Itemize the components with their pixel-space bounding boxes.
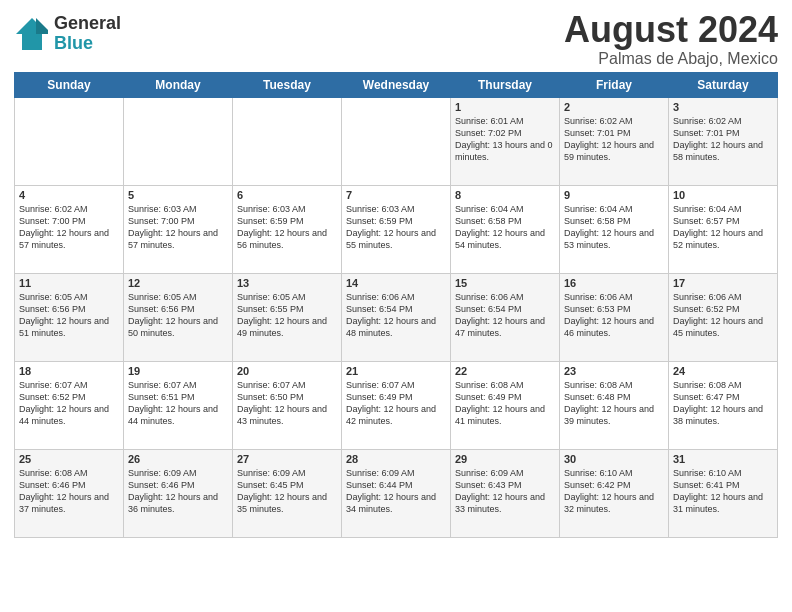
day-number: 4	[19, 189, 119, 201]
day-content: Sunrise: 6:08 AM Sunset: 6:49 PM Dayligh…	[455, 379, 555, 428]
calendar-title: August 2024	[564, 10, 778, 50]
day-content: Sunrise: 6:03 AM Sunset: 6:59 PM Dayligh…	[237, 203, 337, 252]
table-row: 8Sunrise: 6:04 AM Sunset: 6:58 PM Daylig…	[451, 185, 560, 273]
day-number: 27	[237, 453, 337, 465]
table-row: 15Sunrise: 6:06 AM Sunset: 6:54 PM Dayli…	[451, 273, 560, 361]
day-content: Sunrise: 6:09 AM Sunset: 6:45 PM Dayligh…	[237, 467, 337, 516]
table-row: 22Sunrise: 6:08 AM Sunset: 6:49 PM Dayli…	[451, 361, 560, 449]
table-row: 13Sunrise: 6:05 AM Sunset: 6:55 PM Dayli…	[233, 273, 342, 361]
day-content: Sunrise: 6:04 AM Sunset: 6:58 PM Dayligh…	[455, 203, 555, 252]
table-row: 30Sunrise: 6:10 AM Sunset: 6:42 PM Dayli…	[560, 449, 669, 537]
table-row	[342, 97, 451, 185]
table-row: 7Sunrise: 6:03 AM Sunset: 6:59 PM Daylig…	[342, 185, 451, 273]
day-content: Sunrise: 6:02 AM Sunset: 7:01 PM Dayligh…	[564, 115, 664, 164]
day-number: 8	[455, 189, 555, 201]
day-number: 7	[346, 189, 446, 201]
table-row	[124, 97, 233, 185]
day-number: 29	[455, 453, 555, 465]
calendar-header-row: Sunday Monday Tuesday Wednesday Thursday…	[15, 72, 778, 97]
day-number: 17	[673, 277, 773, 289]
day-number: 13	[237, 277, 337, 289]
table-row: 28Sunrise: 6:09 AM Sunset: 6:44 PM Dayli…	[342, 449, 451, 537]
day-number: 26	[128, 453, 228, 465]
logo-text: General Blue	[54, 14, 121, 54]
day-number: 20	[237, 365, 337, 377]
day-content: Sunrise: 6:06 AM Sunset: 6:52 PM Dayligh…	[673, 291, 773, 340]
table-row: 31Sunrise: 6:10 AM Sunset: 6:41 PM Dayli…	[669, 449, 778, 537]
table-row: 18Sunrise: 6:07 AM Sunset: 6:52 PM Dayli…	[15, 361, 124, 449]
day-number: 21	[346, 365, 446, 377]
table-row: 26Sunrise: 6:09 AM Sunset: 6:46 PM Dayli…	[124, 449, 233, 537]
table-row: 20Sunrise: 6:07 AM Sunset: 6:50 PM Dayli…	[233, 361, 342, 449]
col-thursday: Thursday	[451, 72, 560, 97]
day-content: Sunrise: 6:10 AM Sunset: 6:41 PM Dayligh…	[673, 467, 773, 516]
day-content: Sunrise: 6:07 AM Sunset: 6:49 PM Dayligh…	[346, 379, 446, 428]
day-content: Sunrise: 6:05 AM Sunset: 6:56 PM Dayligh…	[19, 291, 119, 340]
table-row: 3Sunrise: 6:02 AM Sunset: 7:01 PM Daylig…	[669, 97, 778, 185]
day-content: Sunrise: 6:02 AM Sunset: 7:00 PM Dayligh…	[19, 203, 119, 252]
day-content: Sunrise: 6:09 AM Sunset: 6:43 PM Dayligh…	[455, 467, 555, 516]
day-number: 16	[564, 277, 664, 289]
day-number: 2	[564, 101, 664, 113]
table-row: 19Sunrise: 6:07 AM Sunset: 6:51 PM Dayli…	[124, 361, 233, 449]
table-row: 12Sunrise: 6:05 AM Sunset: 6:56 PM Dayli…	[124, 273, 233, 361]
day-content: Sunrise: 6:06 AM Sunset: 6:54 PM Dayligh…	[455, 291, 555, 340]
col-wednesday: Wednesday	[342, 72, 451, 97]
day-content: Sunrise: 6:03 AM Sunset: 7:00 PM Dayligh…	[128, 203, 228, 252]
day-number: 19	[128, 365, 228, 377]
day-content: Sunrise: 6:06 AM Sunset: 6:54 PM Dayligh…	[346, 291, 446, 340]
calendar-week-row: 25Sunrise: 6:08 AM Sunset: 6:46 PM Dayli…	[15, 449, 778, 537]
day-content: Sunrise: 6:08 AM Sunset: 6:47 PM Dayligh…	[673, 379, 773, 428]
table-row: 25Sunrise: 6:08 AM Sunset: 6:46 PM Dayli…	[15, 449, 124, 537]
table-row	[15, 97, 124, 185]
day-number: 25	[19, 453, 119, 465]
table-row: 16Sunrise: 6:06 AM Sunset: 6:53 PM Dayli…	[560, 273, 669, 361]
day-number: 5	[128, 189, 228, 201]
table-row: 4Sunrise: 6:02 AM Sunset: 7:00 PM Daylig…	[15, 185, 124, 273]
calendar-week-row: 18Sunrise: 6:07 AM Sunset: 6:52 PM Dayli…	[15, 361, 778, 449]
day-number: 3	[673, 101, 773, 113]
day-content: Sunrise: 6:08 AM Sunset: 6:46 PM Dayligh…	[19, 467, 119, 516]
col-sunday: Sunday	[15, 72, 124, 97]
day-number: 28	[346, 453, 446, 465]
day-content: Sunrise: 6:04 AM Sunset: 6:57 PM Dayligh…	[673, 203, 773, 252]
table-row: 11Sunrise: 6:05 AM Sunset: 6:56 PM Dayli…	[15, 273, 124, 361]
table-row: 21Sunrise: 6:07 AM Sunset: 6:49 PM Dayli…	[342, 361, 451, 449]
day-number: 31	[673, 453, 773, 465]
table-row: 23Sunrise: 6:08 AM Sunset: 6:48 PM Dayli…	[560, 361, 669, 449]
table-row: 9Sunrise: 6:04 AM Sunset: 6:58 PM Daylig…	[560, 185, 669, 273]
day-number: 14	[346, 277, 446, 289]
title-block: August 2024 Palmas de Abajo, Mexico	[564, 10, 778, 68]
day-number: 22	[455, 365, 555, 377]
col-tuesday: Tuesday	[233, 72, 342, 97]
logo: General Blue	[14, 14, 121, 54]
table-row: 5Sunrise: 6:03 AM Sunset: 7:00 PM Daylig…	[124, 185, 233, 273]
table-row: 2Sunrise: 6:02 AM Sunset: 7:01 PM Daylig…	[560, 97, 669, 185]
page-container: General Blue August 2024 Palmas de Abajo…	[0, 0, 792, 544]
day-number: 15	[455, 277, 555, 289]
table-row: 27Sunrise: 6:09 AM Sunset: 6:45 PM Dayli…	[233, 449, 342, 537]
day-number: 12	[128, 277, 228, 289]
day-content: Sunrise: 6:10 AM Sunset: 6:42 PM Dayligh…	[564, 467, 664, 516]
day-number: 6	[237, 189, 337, 201]
calendar-table: Sunday Monday Tuesday Wednesday Thursday…	[14, 72, 778, 538]
day-content: Sunrise: 6:07 AM Sunset: 6:52 PM Dayligh…	[19, 379, 119, 428]
col-friday: Friday	[560, 72, 669, 97]
day-content: Sunrise: 6:09 AM Sunset: 6:46 PM Dayligh…	[128, 467, 228, 516]
day-content: Sunrise: 6:07 AM Sunset: 6:50 PM Dayligh…	[237, 379, 337, 428]
day-content: Sunrise: 6:03 AM Sunset: 6:59 PM Dayligh…	[346, 203, 446, 252]
calendar-week-row: 1Sunrise: 6:01 AM Sunset: 7:02 PM Daylig…	[15, 97, 778, 185]
table-row: 24Sunrise: 6:08 AM Sunset: 6:47 PM Dayli…	[669, 361, 778, 449]
calendar-subtitle: Palmas de Abajo, Mexico	[564, 50, 778, 68]
day-number: 10	[673, 189, 773, 201]
table-row: 10Sunrise: 6:04 AM Sunset: 6:57 PM Dayli…	[669, 185, 778, 273]
table-row: 14Sunrise: 6:06 AM Sunset: 6:54 PM Dayli…	[342, 273, 451, 361]
day-number: 23	[564, 365, 664, 377]
logo-icon	[14, 16, 50, 52]
col-monday: Monday	[124, 72, 233, 97]
day-content: Sunrise: 6:05 AM Sunset: 6:55 PM Dayligh…	[237, 291, 337, 340]
table-row: 1Sunrise: 6:01 AM Sunset: 7:02 PM Daylig…	[451, 97, 560, 185]
header: General Blue August 2024 Palmas de Abajo…	[14, 10, 778, 68]
logo-line1: General	[54, 14, 121, 34]
day-number: 30	[564, 453, 664, 465]
